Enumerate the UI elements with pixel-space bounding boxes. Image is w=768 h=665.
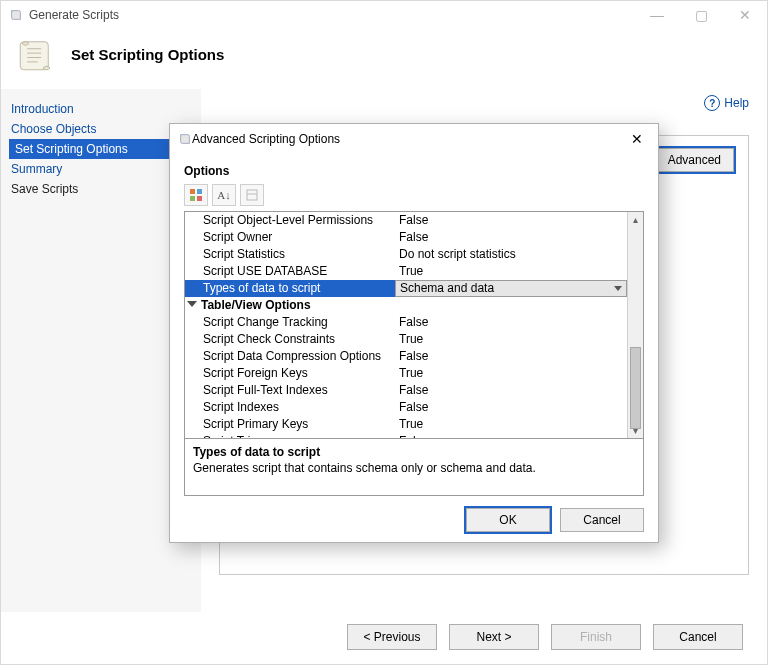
property-value[interactable]: False [395,382,627,399]
property-value[interactable]: False [395,348,627,365]
property-value[interactable]: False [395,433,627,438]
property-value[interactable]: True [395,365,627,382]
selected-option-title: Types of data to script [193,445,635,459]
wizard-title: Generate Scripts [29,1,119,29]
svg-rect-6 [190,196,195,201]
propertygrid-scrollbar[interactable]: ▴ ▾ [627,212,643,438]
cancel-button[interactable]: Cancel [653,624,743,650]
nav-choose-objects[interactable]: Choose Objects [9,119,193,139]
property-value[interactable]: False [395,229,627,246]
nav-introduction[interactable]: Introduction [9,99,193,119]
svg-rect-5 [197,189,202,194]
dialog-title: Advanced Scripting Options [192,132,620,146]
scroll-thumb[interactable] [630,347,641,429]
advanced-options-dialog: Advanced Scripting Options ✕ Options A↓ … [169,123,659,543]
dialog-titlebar: Advanced Scripting Options ✕ [170,124,658,154]
property-row[interactable]: Script Primary KeysTrue [185,416,627,433]
property-value[interactable]: False [395,399,627,416]
property-value[interactable]: True [395,263,627,280]
help-icon: ? [704,95,720,111]
property-name: Script Change Tracking [185,314,395,331]
wizard-window: Generate Scripts — ▢ ✕ Set Scripting Opt… [0,0,768,665]
wizard-buttons: < Previous Next > Finish Cancel [347,624,743,650]
svg-rect-7 [197,196,202,201]
nav-save-scripts[interactable]: Save Scripts [9,179,193,199]
property-value[interactable]: True [395,416,627,433]
property-row[interactable]: Script TriggersFalse [185,433,627,438]
property-row[interactable]: Script Full-Text IndexesFalse [185,382,627,399]
property-value[interactable]: Do not script statistics [395,246,627,263]
property-row[interactable]: Script StatisticsDo not script statistic… [185,246,627,263]
finish-button: Finish [551,624,641,650]
dialog-buttons: OK Cancel [184,508,644,532]
property-row[interactable]: Types of data to scriptSchema and data [185,280,627,297]
property-row[interactable]: Script Data Compression OptionsFalse [185,348,627,365]
property-name: Script Indexes [185,399,395,416]
propertygrid: ▴ ▾ Script Object-Level PermissionsFalse… [184,211,644,439]
property-row[interactable]: Script Check ConstraintsTrue [185,331,627,348]
help-link[interactable]: ? Help [704,95,749,111]
categorized-view-button[interactable] [184,184,208,206]
property-row[interactable]: Script OwnerFalse [185,229,627,246]
property-category[interactable]: Table/View Options [185,297,627,314]
category-label: Table/View Options [185,297,395,314]
help-label: Help [724,96,749,110]
advanced-button[interactable]: Advanced [655,148,734,172]
wizard-titlebar: Generate Scripts — ▢ ✕ [1,1,767,29]
property-row[interactable]: Script Object-Level PermissionsFalse [185,212,627,229]
window-controls: — ▢ ✕ [635,1,767,29]
nav-set-scripting-options[interactable]: Set Scripting Options [9,139,193,159]
property-name: Types of data to script [185,280,395,297]
property-row[interactable]: Script USE DATABASETrue [185,263,627,280]
propertygrid-toolbar: A↓ [184,184,644,206]
scroll-up-icon[interactable]: ▴ [633,212,638,227]
dialog-body: Options A↓ ▴ ▾ Script Object-Level Permi… [170,154,658,542]
property-row[interactable]: Script Foreign KeysTrue [185,365,627,382]
next-button[interactable]: Next > [449,624,539,650]
property-name: Script Primary Keys [185,416,395,433]
options-label: Options [184,164,644,178]
property-name: Script Owner [185,229,395,246]
ok-button[interactable]: OK [466,508,550,532]
property-name: Script Triggers [185,433,395,438]
dialog-icon [178,132,192,146]
dialog-cancel-button[interactable]: Cancel [560,508,644,532]
selected-option-description: Generates script that contains schema on… [193,461,635,475]
property-value[interactable]: False [395,212,627,229]
property-name: Script Object-Level Permissions [185,212,395,229]
property-row[interactable]: Script Change TrackingFalse [185,314,627,331]
property-value[interactable]: True [395,331,627,348]
scroll-icon [15,33,57,75]
property-name: Script Full-Text Indexes [185,382,395,399]
property-name: Script Check Constraints [185,331,395,348]
propertypages-button[interactable] [240,184,264,206]
property-value[interactable]: False [395,314,627,331]
dialog-close-button[interactable]: ✕ [620,127,654,151]
nav-summary[interactable]: Summary [9,159,193,179]
property-row[interactable]: Script IndexesFalse [185,399,627,416]
property-name: Script Foreign Keys [185,365,395,382]
alphabetical-view-button[interactable]: A↓ [212,184,236,206]
property-name: Script USE DATABASE [185,263,395,280]
previous-button[interactable]: < Previous [347,624,437,650]
svg-rect-4 [190,189,195,194]
minimize-button[interactable]: — [635,1,679,29]
propertygrid-description: Types of data to script Generates script… [184,439,644,496]
close-button[interactable]: ✕ [723,1,767,29]
property-name: Script Data Compression Options [185,348,395,365]
page-title: Set Scripting Options [71,46,224,63]
svg-rect-8 [247,190,257,200]
maximize-button[interactable]: ▢ [679,1,723,29]
property-name: Script Statistics [185,246,395,263]
property-value-dropdown[interactable]: Schema and data [395,280,627,297]
app-icon [9,8,23,22]
wizard-header: Set Scripting Options [1,29,767,89]
